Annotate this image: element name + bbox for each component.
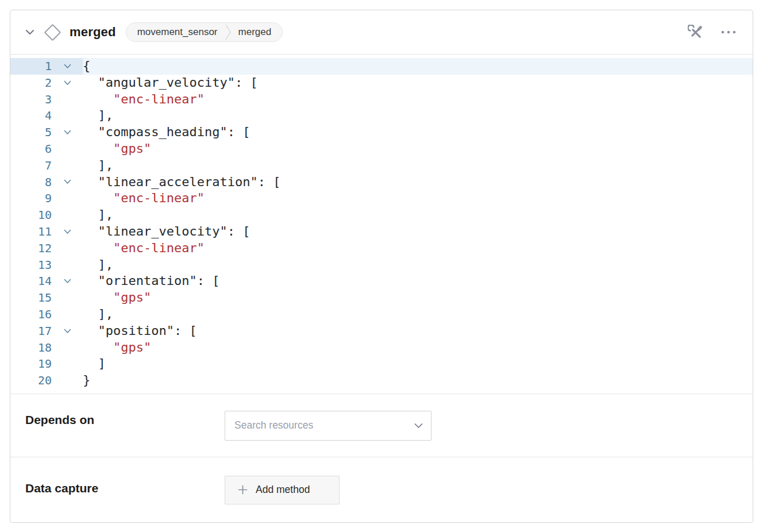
fold-chevron-icon[interactable]: [52, 91, 83, 108]
code-line[interactable]: 7 ],: [10, 157, 753, 174]
fold-chevron-icon[interactable]: [52, 207, 83, 223]
fold-chevron-icon[interactable]: [52, 58, 83, 75]
fold-chevron-icon[interactable]: [52, 372, 83, 389]
search-resources-input[interactable]: [225, 411, 431, 440]
code-line-text: "compass_heading": [: [83, 124, 753, 141]
plus-icon: [238, 485, 248, 495]
code-line[interactable]: 20 }: [10, 372, 753, 389]
code-line-text: "linear_velocity": [: [83, 223, 753, 240]
code-line-text: "enc-linear": [83, 240, 753, 257]
code-line[interactable]: 12 "enc-linear": [10, 240, 753, 257]
code-line[interactable]: 17 "position": [: [10, 323, 753, 340]
breadcrumb-item-model: merged: [238, 26, 272, 38]
line-number: 19: [10, 356, 52, 372]
code-line[interactable]: 9 "enc-linear": [10, 190, 753, 207]
code-line-text: "linear_acceleration": [: [83, 174, 753, 191]
code-line-text: "position": [: [83, 323, 753, 340]
fold-chevron-icon[interactable]: [52, 240, 83, 257]
depends-on-section: Depends on: [10, 394, 753, 457]
line-number: 12: [10, 240, 52, 257]
fold-chevron-icon[interactable]: [52, 273, 83, 290]
depends-on-label: Depends on: [25, 411, 225, 427]
add-method-label: Add method: [256, 484, 310, 496]
line-number: 20: [10, 372, 52, 389]
code-line[interactable]: 10 ],: [10, 207, 753, 223]
fold-chevron-icon[interactable]: [52, 290, 83, 306]
code-line-text: {: [83, 58, 753, 75]
code-line-text: "enc-linear": [83, 91, 753, 108]
line-number: 10: [10, 207, 52, 223]
resource-card: merged movement_sensor merged: [10, 10, 753, 523]
line-number: 18: [10, 340, 52, 356]
code-line-text: "angular_velocity": [: [83, 75, 753, 91]
code-line[interactable]: 8 "linear_acceleration": [: [10, 174, 753, 191]
code-line-text: ],: [83, 257, 753, 273]
tools-icon[interactable]: [687, 24, 704, 41]
code-line-text: "enc-linear": [83, 190, 753, 207]
code-line-text: ]: [83, 356, 753, 372]
code-editor-lines: 1 { 2 "angular_velocity": [ 3 "enc-linea…: [10, 58, 753, 389]
code-line[interactable]: 13 ],: [10, 257, 753, 273]
code-line[interactable]: 5 "compass_heading": [: [10, 124, 753, 141]
code-line[interactable]: 16 ],: [10, 306, 753, 323]
fold-chevron-icon[interactable]: [52, 223, 83, 240]
fold-chevron-icon[interactable]: [52, 356, 83, 372]
fold-chevron-icon[interactable]: [52, 340, 83, 356]
line-number: 16: [10, 306, 52, 323]
fold-chevron-icon[interactable]: [52, 190, 83, 207]
code-line-text: ],: [83, 157, 753, 174]
code-line-text: "gps": [83, 141, 753, 157]
code-line[interactable]: 1 {: [10, 58, 753, 75]
fold-chevron-icon[interactable]: [52, 124, 83, 141]
line-number: 1: [10, 58, 52, 75]
fold-chevron-icon[interactable]: [52, 141, 83, 157]
line-number: 14: [10, 273, 52, 290]
code-line[interactable]: 6 "gps": [10, 141, 753, 157]
fold-chevron-icon[interactable]: [52, 75, 83, 91]
fold-chevron-icon[interactable]: [52, 323, 83, 340]
line-number: 6: [10, 141, 52, 157]
line-number: 17: [10, 323, 52, 340]
line-number: 2: [10, 75, 52, 91]
code-line[interactable]: 15 "gps": [10, 290, 753, 306]
code-line-text: ],: [83, 207, 753, 223]
code-line[interactable]: 4 ],: [10, 107, 753, 124]
json-code-editor[interactable]: 1 { 2 "angular_velocity": [ 3 "enc-linea…: [10, 55, 753, 394]
add-method-button[interactable]: Add method: [225, 476, 340, 504]
line-number: 13: [10, 257, 52, 273]
fold-chevron-icon[interactable]: [52, 174, 83, 191]
resource-title: merged: [70, 25, 116, 40]
depends-on-dropdown[interactable]: [225, 411, 431, 441]
code-line[interactable]: 19 ]: [10, 356, 753, 372]
code-line-text: ],: [83, 306, 753, 323]
code-line-text: "orientation": [: [83, 273, 753, 290]
code-line-text: "gps": [83, 290, 753, 306]
fold-chevron-icon[interactable]: [52, 107, 83, 124]
code-line-text: ],: [83, 107, 753, 124]
code-line[interactable]: 3 "enc-linear": [10, 91, 753, 108]
code-line-text: }: [83, 372, 753, 389]
line-number: 11: [10, 223, 52, 240]
code-line[interactable]: 2 "angular_velocity": [: [10, 75, 753, 91]
code-line[interactable]: 18 "gps": [10, 340, 753, 356]
collapse-chevron-icon[interactable]: [25, 29, 34, 35]
code-line-text: "gps": [83, 340, 753, 356]
breadcrumb-item-type: movement_sensor: [137, 26, 218, 38]
fold-chevron-icon[interactable]: [52, 257, 83, 273]
line-number: 4: [10, 107, 52, 124]
resource-type-diamond-icon: [44, 24, 61, 41]
fold-chevron-icon[interactable]: [52, 157, 83, 174]
line-number: 7: [10, 157, 52, 174]
card-header: merged movement_sensor merged: [10, 10, 753, 55]
line-number: 3: [10, 91, 52, 108]
line-number: 9: [10, 190, 52, 207]
code-line[interactable]: 11 "linear_velocity": [: [10, 223, 753, 240]
breadcrumb: movement_sensor merged: [126, 22, 283, 42]
data-capture-section: Data capture Add method: [10, 457, 753, 522]
code-line[interactable]: 14 "orientation": [: [10, 273, 753, 290]
menu-ellipsis-icon[interactable]: [719, 29, 738, 36]
line-number: 5: [10, 124, 52, 141]
fold-chevron-icon[interactable]: [52, 306, 83, 323]
line-number: 8: [10, 174, 52, 191]
line-number: 15: [10, 290, 52, 306]
